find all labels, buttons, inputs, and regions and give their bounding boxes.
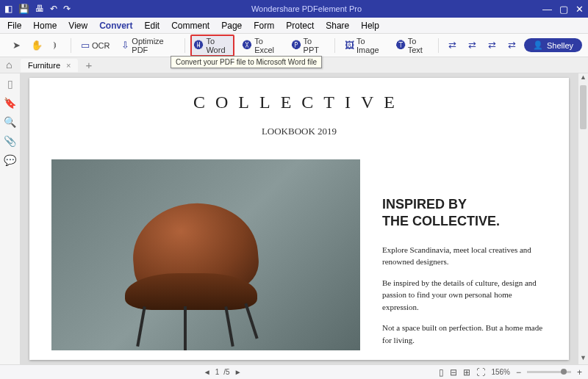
ribbon-divider [184,38,185,53]
home-icon[interactable]: ⌂ [6,59,12,71]
tab-close-icon[interactable]: × [66,61,71,70]
optimize-icon: ⇩ [121,40,129,51]
menu-home[interactable]: Home [33,21,57,31]
close-icon[interactable]: ✕ [576,4,584,15]
ribbon-tools-group: ➤ ✋ ⟭ [6,37,65,53]
scrollbar-track[interactable] [578,84,588,354]
convert-icon: ⇄ [488,40,496,51]
doc-paragraph: Not a space built on perfection. But a h… [382,322,547,346]
page-input[interactable]: 1 [215,368,220,376]
menu-bar: File Home View Convert Edit Comment Page… [0,18,588,34]
document-tab[interactable]: Furniture × [21,59,78,72]
curly-tool[interactable]: ⟭ [49,37,62,53]
document-viewport[interactable]: COLLECTIVE LOOKBOOK 2019 INSPIRED BYTHE … [21,73,578,364]
zoom-out-icon[interactable]: − [516,367,521,378]
next-page-icon[interactable]: ► [234,368,242,376]
comments-icon[interactable]: 💬 [4,154,16,166]
menu-page[interactable]: Page [221,21,242,31]
ocr-label: OCR [92,41,110,50]
tooltip: Convert your PDF file to Microsoft Word … [171,56,322,68]
prev-page-icon[interactable]: ◄ [204,368,211,376]
zoom-label: 156% [491,368,510,376]
menu-share[interactable]: Share [326,21,349,31]
menu-help[interactable]: Help [361,21,379,31]
page-total: /5 [223,368,229,376]
user-label: Shelley [547,41,573,50]
view-fullscreen-icon[interactable]: ⛶ [476,367,485,378]
hand-tool[interactable]: ✋ [27,37,46,53]
scrollbar-thumb[interactable] [580,85,587,129]
maximize-icon[interactable]: ▢ [559,4,568,15]
view-controls: ▯ ⊟ ⊞ ⛶ 156% − + [439,367,582,378]
ppt-icon: 🅟 [292,40,301,51]
to-text-label: To Text [408,37,429,54]
view-continuous-icon[interactable]: ⊟ [450,367,457,378]
scroll-up-icon[interactable]: ▲ [578,73,588,84]
to-word-label: To Word [206,37,231,54]
select-tool[interactable]: ➤ [9,37,24,53]
optimize-button[interactable]: ⇩Optimize PDF [118,35,178,57]
title-bar: ◧ 💾 🖶 ↶ ↷ Wondershare PDFelement Pro — ▢… [0,0,588,18]
user-account-button[interactable]: 👤Shelley [524,38,582,52]
menu-protect[interactable]: Protect [286,21,314,31]
print-icon[interactable]: 🖶 [35,4,44,14]
app-logo-icon[interactable]: ◧ [4,4,12,14]
ribbon-divider [334,38,335,53]
doc-headline: INSPIRED BYTHE COLLECTIVE. [382,196,547,231]
scroll-down-icon[interactable]: ▼ [578,354,588,364]
menu-comment[interactable]: Comment [171,21,209,31]
undo-icon[interactable]: ↶ [50,4,57,14]
chair-illustration [110,203,301,350]
user-icon: 👤 [533,40,543,50]
menu-file[interactable]: File [7,21,21,31]
to-ppt-button[interactable]: 🅟To PPT [288,35,329,57]
optimize-label: Optimize PDF [132,37,174,54]
thumbnails-icon[interactable]: ▯ [7,78,13,90]
bookmarks-icon[interactable]: 🔖 [4,97,16,109]
tab-label: Furniture [28,61,60,70]
menu-convert[interactable]: Convert [99,21,132,31]
to-image-button[interactable]: 🖼To Image [341,35,388,57]
to-other-3[interactable]: ⇄ [484,37,500,53]
to-other-1[interactable]: ⇄ [445,37,460,53]
to-text-button[interactable]: 🅣To Text [392,35,432,57]
doc-subtitle: LOOKBOOK 2019 [51,126,547,137]
app-title: Wondershare PDFelement Pro [71,4,542,13]
doc-title: COLLECTIVE [51,93,547,112]
redo-icon[interactable]: ↷ [63,4,71,14]
to-excel-label: To Excel [254,37,279,54]
view-facing-icon[interactable]: ⊞ [463,367,470,378]
ocr-icon: ▭ [81,40,90,51]
to-excel-button[interactable]: 🅧To Excel [239,35,283,57]
cursor-icon: ➤ [12,40,21,51]
workspace: ▯ 🔖 🔍 📎 💬 COLLECTIVE LOOKBOOK 2019 INSPI… [0,73,588,364]
convert-icon: ⇄ [468,40,476,51]
convert-icon: ⇄ [448,40,456,51]
view-single-icon[interactable]: ▯ [439,367,444,378]
menu-form[interactable]: Form [254,21,274,31]
menu-view[interactable]: View [68,21,87,31]
zoom-in-icon[interactable]: + [577,367,582,378]
doc-hero-image [51,159,360,350]
hand-icon: ✋ [31,40,43,51]
zoom-slider-thumb[interactable] [561,369,567,375]
minimize-icon[interactable]: — [542,4,552,15]
to-other-4[interactable]: ⇄ [504,37,520,53]
word-icon: 🅦 [194,40,204,51]
doc-text-column: INSPIRED BYTHE COLLECTIVE. Explore Scand… [382,159,547,355]
quick-access-toolbar: ◧ 💾 🖶 ↶ ↷ [4,4,71,14]
ocr-button[interactable]: ▭OCR [77,37,113,53]
doc-body: INSPIRED BYTHE COLLECTIVE. Explore Scand… [51,159,547,355]
add-tab-button[interactable]: + [81,59,96,71]
search-icon[interactable]: 🔍 [4,116,16,128]
text-icon: 🅣 [396,40,406,51]
to-word-button[interactable]: 🅦To Word [190,35,234,57]
vertical-scrollbar[interactable]: ▲ ▼ [578,73,588,364]
attachments-icon[interactable]: 📎 [4,135,16,147]
menu-edit[interactable]: Edit [145,21,160,31]
image-icon: 🖼 [345,40,354,51]
save-icon[interactable]: 💾 [18,4,29,14]
to-other-2[interactable]: ⇄ [465,37,480,53]
ribbon-divider [71,38,71,53]
zoom-slider[interactable] [527,371,571,373]
